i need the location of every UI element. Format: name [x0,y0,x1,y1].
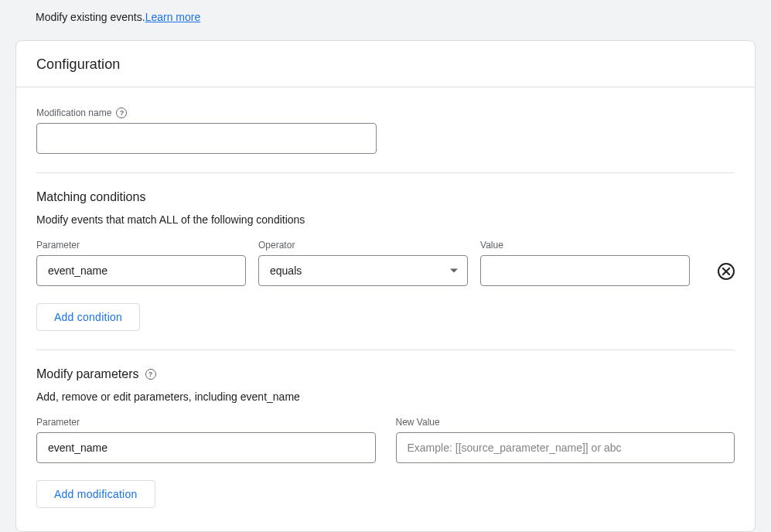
value-label: Value [480,240,690,251]
add-modification-button[interactable]: Add modification [36,480,155,508]
intro-text: Modify existing events.Learn more [36,11,756,23]
condition-row: Parameter Operator equals Value [36,240,735,286]
configuration-card: Configuration Modification name ? Matchi… [15,40,756,532]
divider [36,350,735,350]
parameter-row: Parameter New Value [36,417,735,463]
help-icon[interactable]: ? [145,369,156,380]
modification-name-label: Modification name ? [36,107,735,118]
learn-more-link[interactable]: Learn more [145,11,201,23]
param-label: Parameter [36,417,376,428]
intro-description: Modify existing events. [36,11,145,23]
new-value-label: New Value [396,417,735,428]
condition-parameter-input[interactable] [36,255,246,286]
card-header: Configuration [16,41,755,87]
remove-condition-button[interactable] [718,263,735,280]
chevron-down-icon [450,269,458,273]
add-condition-button[interactable]: Add condition [36,303,140,331]
matching-conditions-desc: Modify events that match ALL of the foll… [36,213,735,226]
divider [36,172,735,173]
modify-new-value-input[interactable] [396,432,735,463]
modify-parameters-desc: Add, remove or edit parameters, includin… [36,390,735,403]
help-icon[interactable]: ? [116,107,127,118]
modification-name-input[interactable] [36,123,377,154]
modify-parameters-title: Modify parameters ? [36,367,735,381]
modify-parameter-input[interactable] [36,432,376,463]
operator-selected-value: equals [270,264,302,277]
condition-operator-select[interactable]: equals [258,255,468,286]
condition-value-input[interactable] [480,255,690,286]
close-icon [722,268,730,275]
matching-conditions-title: Matching conditions [36,190,735,204]
card-title: Configuration [36,56,735,73]
param-label: Parameter [36,240,246,251]
operator-label: Operator [258,240,468,251]
